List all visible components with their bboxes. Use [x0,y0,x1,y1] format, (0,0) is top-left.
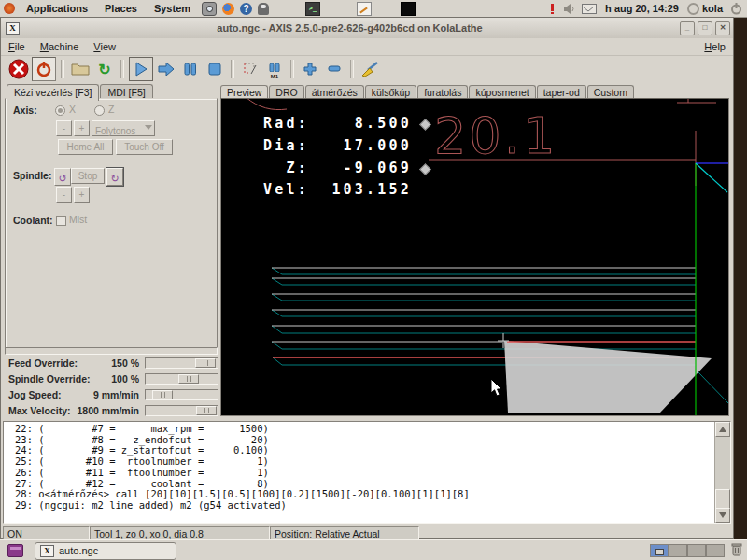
screenshot-icon[interactable] [202,2,217,16]
tab-custom[interactable]: Custom [587,85,634,99]
max-velocity-row: Max Velocity: 1800 mm/min [3,404,217,418]
spindle-stop-button[interactable]: Stop [71,168,105,184]
tab-kuposmenet[interactable]: kúposmenet [469,85,535,99]
firefox-icon[interactable] [222,3,234,15]
tab-mdi[interactable]: MDI [F5] [100,84,152,99]
dro-dia: Dia: 17.000 [263,135,412,158]
machine-power-button[interactable] [32,57,56,81]
tab-kulsokup[interactable]: külsőkúp [365,85,416,99]
reload-button[interactable]: ↻ [93,58,116,80]
gcode-line: 22: ( #7 = max_rpm = 1500) [15,424,470,435]
axis-z-radio[interactable] [94,105,105,116]
jog-plus-button[interactable]: + [74,120,90,136]
feed-override-slider[interactable] [145,357,218,369]
show-desktop-icon[interactable] [7,544,23,557]
home-all-button[interactable]: Home All [58,139,113,155]
estop-button[interactable] [7,58,30,80]
spindle-ccw-button[interactable]: ↺ [54,168,71,186]
run-button[interactable] [129,57,153,81]
step-button[interactable] [155,58,177,80]
axis-x-radio[interactable] [55,105,65,116]
panel-user-name[interactable]: kola [702,3,723,14]
spindle-override-value: 100 % [3,373,139,385]
spindle-plus-button[interactable]: + [74,187,90,203]
tab-dro[interactable]: DRO [269,85,303,99]
preview-pane: PreviewDROátmérőzéskülsőkúpfuratoláskúpo… [220,83,732,418]
panel-clock[interactable]: h aug 20, 14:29 [605,3,679,14]
spindle-minus-button[interactable]: - [56,187,72,203]
toolbar-separator [290,60,294,78]
user-icon[interactable] [687,3,699,15]
feed-override-value: 150 % [3,357,139,369]
jog-minus-button[interactable]: - [56,120,72,136]
axis-label: Axis: [13,105,37,116]
gcode-scrollbar[interactable] [714,422,730,523]
open-file-button[interactable] [69,58,92,80]
titlebar[interactable]: X auto.ngc - AXIS 2.5.0-pre2-626-g402b6c… [1,18,733,39]
zoom-in-button[interactable] [299,58,321,80]
tab-furatolas[interactable]: furatolás [417,85,468,99]
window-icon: X [6,22,20,35]
toolbar-separator [61,60,64,78]
power-panel-icon[interactable] [730,3,743,15]
feed-override-row: Feed Override: 150 % [3,357,217,371]
menubar: File Machine View Help [1,38,733,56]
gcode-area[interactable]: 22: ( #7 = max_rpm = 1500) 23: ( #8 = z_… [3,421,731,524]
scroll-down-button[interactable] [715,508,730,523]
pause-button[interactable] [179,58,202,80]
workspace-1[interactable] [650,544,669,557]
stop-button[interactable] [204,58,226,80]
tab-atmerozes[interactable]: átmérőzés [305,85,364,99]
distro-logo-icon[interactable] [4,3,15,14]
jog-mode-dropdown[interactable]: Folytonos [92,120,155,136]
menu-applications[interactable]: Applications [18,3,96,14]
touch-off-button[interactable]: Touch Off [116,139,173,155]
close-button[interactable]: ✕ [715,21,730,35]
spacer-bar [5,347,218,355]
max-velocity-slider[interactable] [145,405,218,416]
mist-label: Mist [69,214,87,225]
workspace-2[interactable] [669,544,687,557]
mist-checkbox[interactable] [56,216,66,226]
workspace-4[interactable] [706,544,725,557]
maximize-button[interactable]: □ [698,21,712,35]
bottom-taskbar: X auto.ngc [0,539,747,560]
taskbar-window-button[interactable]: X auto.ngc [35,542,176,560]
trash-icon[interactable] [730,542,743,560]
mascot-icon[interactable] [258,3,269,15]
workspace-3[interactable] [687,544,706,557]
menu-help[interactable]: Help [697,40,733,53]
extent-dimension-text: 20.1 [434,106,557,165]
jog-speed-value: 9 mm/min [3,389,139,400]
optional-pause-m1-toggle[interactable]: M1 [263,58,286,80]
jog-speed-slider[interactable] [145,389,218,400]
volume-icon[interactable] [563,3,576,15]
menu-system[interactable]: System [146,3,199,14]
tab-taper-od[interactable]: taper-od [537,85,586,99]
menu-file[interactable]: File [1,40,33,53]
zoom-out-button[interactable] [323,58,345,80]
xterm-window-icon[interactable] [401,2,416,16]
tab-manual-control[interactable]: Kézi vezérlés [F3] [7,84,99,101]
minimize-button[interactable]: _ [680,21,695,35]
spindle-cw-button[interactable]: ↻ [106,168,123,186]
statusbar: ON Tool 1, zo 0, xo 0, dia 0.8 Position:… [1,526,733,539]
menu-places[interactable]: Places [96,3,146,14]
manual-control-frame: Axis: X Z - + Folytonos Home All Touch O… [5,98,218,348]
toolbar-separator [231,60,234,78]
menu-machine[interactable]: Machine [33,40,87,53]
scroll-up-button[interactable] [715,422,730,437]
chevron-down-icon [145,125,152,133]
axis-window: X auto.ngc - AXIS 2.5.0-pre2-626-g402b6c… [0,17,734,539]
skip-lines-toggle[interactable] [239,58,261,80]
clear-plot-button[interactable] [359,58,381,80]
update-alert-icon[interactable] [548,3,557,15]
mail-icon[interactable] [582,4,597,14]
text-editor-icon[interactable] [357,2,372,16]
dro-readout: Rad: 8.500 Dia: 17.000 Z: -9.069 Vel: 10… [263,113,412,202]
spindle-override-slider[interactable] [145,373,218,385]
preview-canvas[interactable]: 20.1 Rad: 8.500 Dia: 17.000 Z: -9.069 Ve… [220,98,729,416]
menu-view[interactable]: View [86,40,123,53]
help-icon[interactable]: ? [240,3,252,15]
terminal-icon[interactable]: >_ [305,2,320,16]
